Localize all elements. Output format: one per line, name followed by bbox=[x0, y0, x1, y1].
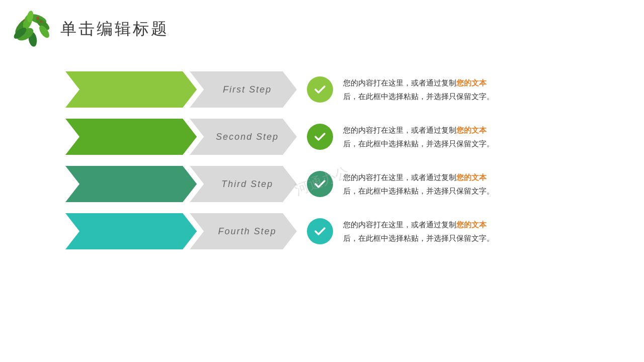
step-row-4: Fourth Step 您的内容打在这里，或者通过复制您的文本后，在此框中选择粘… bbox=[65, 211, 604, 251]
step-arrow-container-4: Fourth Step bbox=[65, 213, 297, 249]
check-icon-2 bbox=[307, 124, 333, 150]
check-icon-1 bbox=[307, 76, 333, 103]
step-label-4: Fourth Step bbox=[218, 226, 277, 237]
step-arrow-container-1: First Step bbox=[65, 71, 297, 108]
step-arrow-right-3[interactable]: Third Step bbox=[190, 166, 297, 202]
step-arrow-left-4 bbox=[65, 213, 197, 249]
step-arrow-right-2[interactable]: Second Step bbox=[190, 119, 297, 155]
step-arrow-container-3: Third Step bbox=[65, 166, 297, 202]
step-arrow-left-2 bbox=[65, 119, 197, 155]
svg-point-10 bbox=[40, 21, 43, 23]
logo-plant bbox=[10, 9, 55, 49]
header: 单击编辑标题 bbox=[0, 0, 644, 49]
check-icon-3 bbox=[307, 171, 333, 197]
svg-point-9 bbox=[36, 17, 39, 20]
step-arrow-container-2: Second Step bbox=[65, 119, 297, 155]
step-arrow-right-4[interactable]: Fourth Step bbox=[190, 213, 297, 249]
step-row-2: Second Step 您的内容打在这里，或者通过复制您的文本后，在此框中选择粘… bbox=[65, 117, 604, 157]
step-label-1: First Step bbox=[223, 84, 272, 95]
step-desc-2: 您的内容打在这里，或者通过复制您的文本后，在此框中选择粘贴，并选择只保留文字。 bbox=[343, 123, 494, 150]
step-desc-4: 您的内容打在这里，或者通过复制您的文本后，在此框中选择粘贴，并选择只保留文字。 bbox=[343, 218, 494, 245]
step-desc-1: 您的内容打在这里，或者通过复制您的文本后，在此框中选择粘贴，并选择只保留文字。 bbox=[343, 76, 494, 103]
step-arrow-left-3 bbox=[65, 166, 197, 202]
step-label-2: Second Step bbox=[216, 132, 279, 142]
step-row-1: First Step 您的内容打在这里，或者通过复制您的文本后，在此框中选择粘贴… bbox=[65, 69, 604, 110]
steps-container: First Step 您的内容打在这里，或者通过复制您的文本后，在此框中选择粘贴… bbox=[0, 54, 644, 261]
step-arrow-right-1[interactable]: First Step bbox=[190, 71, 297, 108]
step-arrow-left-1 bbox=[65, 71, 197, 108]
step-row-3: Third Step 您的内容打在这里，或者通过复制您的文本后，在此框中选择粘贴… bbox=[65, 164, 604, 204]
check-icon-4 bbox=[307, 218, 333, 244]
step-label-3: Third Step bbox=[221, 179, 273, 190]
page-title[interactable]: 单击编辑标题 bbox=[60, 18, 169, 40]
step-desc-3: 您的内容打在这里，或者通过复制您的文本后，在此框中选择粘贴，并选择只保留文字。 bbox=[343, 170, 494, 198]
svg-point-11 bbox=[23, 19, 25, 21]
